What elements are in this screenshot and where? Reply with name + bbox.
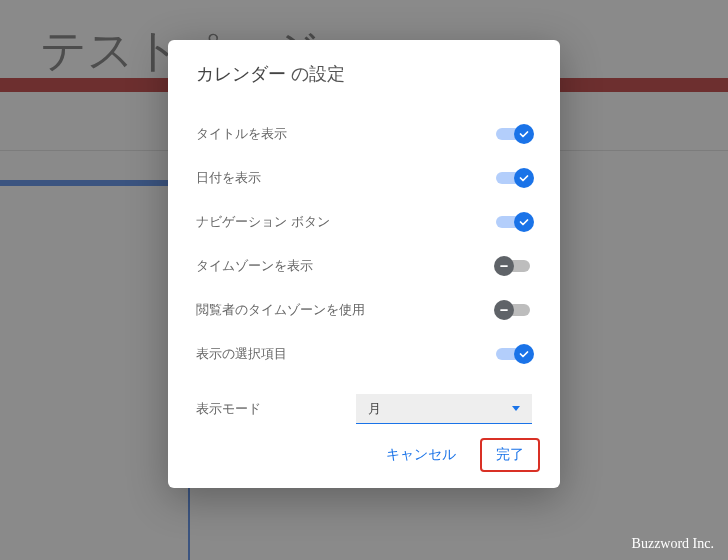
toggle-switch[interactable]: [496, 300, 532, 320]
toggle-switch[interactable]: [496, 256, 532, 276]
setting-row: ナビゲーション ボタン: [196, 200, 532, 244]
setting-label: 閲覧者のタイムゾーンを使用: [196, 301, 365, 319]
dialog-actions: キャンセル 完了: [372, 438, 540, 472]
check-icon: [514, 124, 534, 144]
done-button[interactable]: 完了: [480, 438, 540, 472]
setting-row: 日付を表示: [196, 156, 532, 200]
setting-label: タイトルを表示: [196, 125, 287, 143]
dialog-title: カレンダー の設定: [196, 62, 532, 86]
dialog-title-prefix: カレンダー: [196, 64, 286, 84]
cancel-button[interactable]: キャンセル: [372, 438, 470, 472]
view-mode-select[interactable]: 月: [356, 394, 532, 424]
toggle-switch[interactable]: [496, 168, 532, 188]
view-mode-row: 表示モード 月: [196, 394, 532, 424]
toggle-switch[interactable]: [496, 344, 532, 364]
setting-label: ナビゲーション ボタン: [196, 213, 330, 231]
view-mode-label: 表示モード: [196, 400, 356, 418]
setting-row: 閲覧者のタイムゾーンを使用: [196, 288, 532, 332]
setting-row: タイムゾーンを表示: [196, 244, 532, 288]
setting-label: 日付を表示: [196, 169, 261, 187]
check-icon: [514, 168, 534, 188]
check-icon: [514, 212, 534, 232]
setting-label: タイムゾーンを表示: [196, 257, 313, 275]
view-mode-value: 月: [368, 400, 381, 418]
minus-icon: [494, 300, 514, 320]
dialog-title-suffix: の設定: [286, 64, 345, 84]
watermark: Buzzword Inc.: [632, 536, 714, 552]
calendar-settings-dialog: カレンダー の設定 タイトルを表示日付を表示ナビゲーション ボタンタイムゾーンを…: [168, 40, 560, 488]
chevron-down-icon: [512, 406, 520, 411]
check-icon: [514, 344, 534, 364]
toggle-switch[interactable]: [496, 212, 532, 232]
setting-label: 表示の選択項目: [196, 345, 287, 363]
setting-row: 表示の選択項目: [196, 332, 532, 376]
toggle-switch[interactable]: [496, 124, 532, 144]
setting-row: タイトルを表示: [196, 112, 532, 156]
minus-icon: [494, 256, 514, 276]
